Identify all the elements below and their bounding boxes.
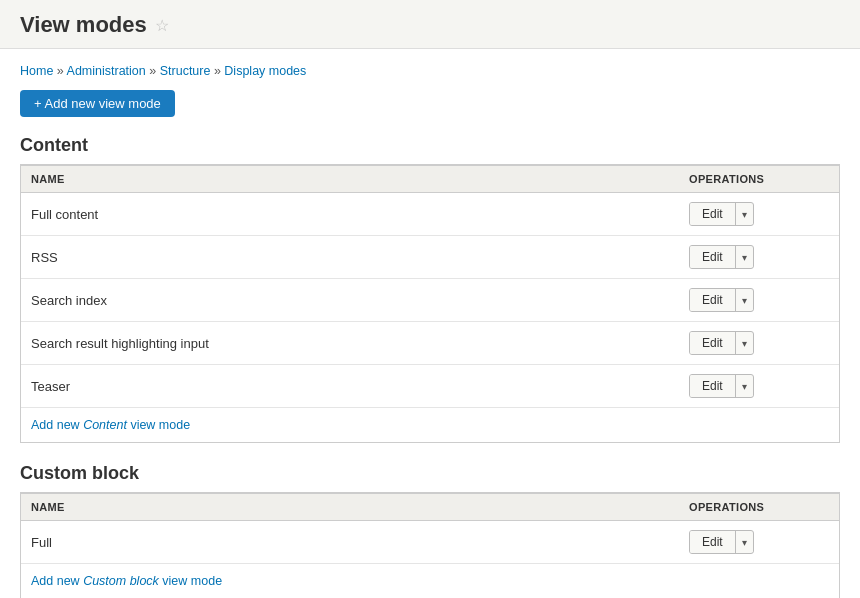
- edit-button-group: Edit ▾: [689, 530, 754, 554]
- breadcrumb: Home » Administration » Structure » Disp…: [20, 64, 840, 78]
- edit-button[interactable]: Edit: [690, 246, 736, 268]
- table-row: Search index Edit ▾: [21, 279, 839, 322]
- custom-block-table-block: NAME OPERATIONS Full Edit ▾: [20, 492, 840, 598]
- row-ops: Edit ▾: [679, 193, 839, 236]
- add-content-view-mode-link[interactable]: Add new Content view mode: [21, 407, 839, 442]
- star-icon[interactable]: ☆: [155, 16, 169, 35]
- breadcrumb-administration[interactable]: Administration: [67, 64, 146, 78]
- page-title: View modes: [20, 12, 147, 38]
- row-ops: Edit ▾: [679, 279, 839, 322]
- edit-button-group: Edit ▾: [689, 374, 754, 398]
- edit-button-group: Edit ▾: [689, 245, 754, 269]
- add-new-view-mode-button[interactable]: + Add new view mode: [20, 90, 175, 117]
- edit-dropdown-button[interactable]: ▾: [736, 205, 753, 224]
- row-ops: Edit ▾: [679, 236, 839, 279]
- content-table: NAME OPERATIONS Full content Edit ▾: [21, 165, 839, 407]
- edit-button[interactable]: Edit: [690, 289, 736, 311]
- page-header: View modes ☆: [0, 0, 860, 49]
- custom-block-ops-col-header: OPERATIONS: [679, 494, 839, 521]
- content-section: Content NAME OPERATIONS Full content Edi…: [20, 135, 840, 443]
- custom-block-section: Custom block NAME OPERATIONS Full Edit: [20, 463, 840, 598]
- row-name: Teaser: [21, 365, 679, 408]
- row-name: RSS: [21, 236, 679, 279]
- edit-button[interactable]: Edit: [690, 375, 736, 397]
- edit-button[interactable]: Edit: [690, 531, 736, 553]
- row-name: Search result highlighting input: [21, 322, 679, 365]
- edit-dropdown-button[interactable]: ▾: [736, 334, 753, 353]
- table-row: Full Edit ▾: [21, 521, 839, 564]
- table-row: Search result highlighting input Edit ▾: [21, 322, 839, 365]
- edit-button-group: Edit ▾: [689, 202, 754, 226]
- breadcrumb-home[interactable]: Home: [20, 64, 53, 78]
- content-name-col-header: NAME: [21, 166, 679, 193]
- edit-dropdown-button[interactable]: ▾: [736, 533, 753, 552]
- row-name: Search index: [21, 279, 679, 322]
- edit-button[interactable]: Edit: [690, 332, 736, 354]
- edit-button-group: Edit ▾: [689, 288, 754, 312]
- content-section-title: Content: [20, 135, 840, 156]
- table-row: RSS Edit ▾: [21, 236, 839, 279]
- edit-button-group: Edit ▾: [689, 331, 754, 355]
- content-table-block: NAME OPERATIONS Full content Edit ▾: [20, 164, 840, 443]
- edit-button[interactable]: Edit: [690, 203, 736, 225]
- custom-block-section-title: Custom block: [20, 463, 840, 484]
- custom-block-name-col-header: NAME: [21, 494, 679, 521]
- edit-dropdown-button[interactable]: ▾: [736, 248, 753, 267]
- breadcrumb-structure[interactable]: Structure: [160, 64, 211, 78]
- custom-block-table: NAME OPERATIONS Full Edit ▾: [21, 493, 839, 563]
- breadcrumb-display-modes[interactable]: Display modes: [224, 64, 306, 78]
- row-ops: Edit ▾: [679, 322, 839, 365]
- content-ops-col-header: OPERATIONS: [679, 166, 839, 193]
- row-ops: Edit ▾: [679, 365, 839, 408]
- edit-dropdown-button[interactable]: ▾: [736, 291, 753, 310]
- table-row: Full content Edit ▾: [21, 193, 839, 236]
- row-name: Full: [21, 521, 679, 564]
- row-name: Full content: [21, 193, 679, 236]
- add-custom-block-view-mode-link[interactable]: Add new Custom block view mode: [21, 563, 839, 598]
- edit-dropdown-button[interactable]: ▾: [736, 377, 753, 396]
- table-row: Teaser Edit ▾: [21, 365, 839, 408]
- row-ops: Edit ▾: [679, 521, 839, 564]
